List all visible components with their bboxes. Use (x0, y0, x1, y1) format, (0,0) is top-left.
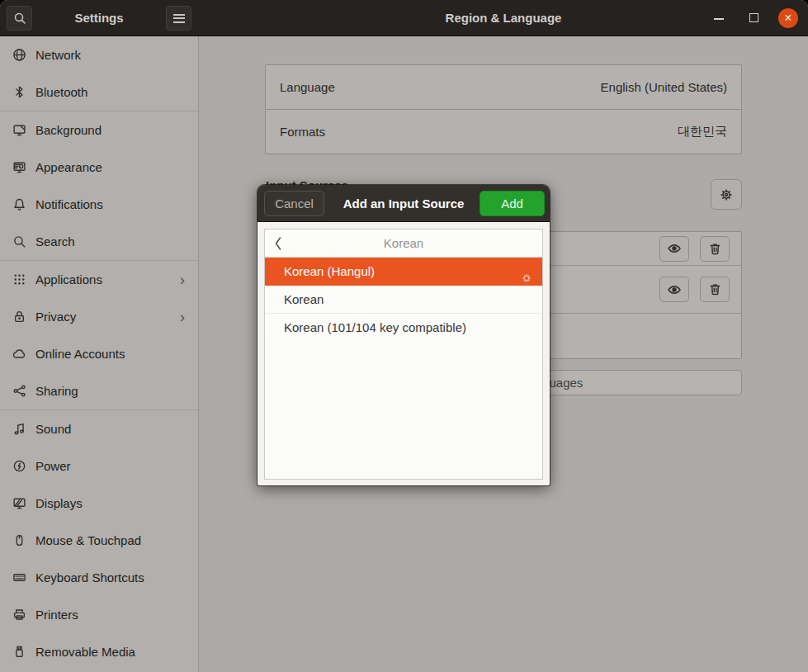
trash-icon (708, 282, 722, 296)
chevron-right-icon: › (180, 310, 185, 324)
search-icon (13, 12, 26, 25)
remove-source-button[interactable] (700, 277, 730, 302)
search-icon (12, 234, 26, 248)
music-note-icon (12, 422, 26, 436)
result-korean-hangul[interactable]: Korean (Hangul) (265, 258, 542, 286)
mouse-icon (12, 533, 26, 547)
sidebar-item-search[interactable]: Search (0, 223, 198, 260)
sidebar-item-label: Keyboard Shortcuts (35, 570, 144, 584)
remove-source-button[interactable] (700, 236, 730, 262)
sidebar-item-notifications[interactable]: Notifications (0, 186, 198, 223)
background-icon (12, 123, 26, 137)
sidebar-item-label: Sharing (35, 384, 78, 398)
app-grid-icon (12, 272, 26, 286)
sidebar-item-mouse-touchpad[interactable]: Mouse & Touchpad (0, 522, 198, 559)
appearance-icon (12, 160, 26, 174)
keyboard-icon (12, 570, 26, 584)
maximize-icon (749, 13, 758, 22)
globe-icon (12, 48, 26, 62)
bell-icon (12, 197, 26, 211)
language-value: English (United States) (601, 80, 727, 94)
chevron-left-icon (272, 235, 284, 252)
sidebar-item-keyboard-shortcuts[interactable]: Keyboard Shortcuts (0, 559, 198, 596)
sidebar-item-label: Network (35, 48, 81, 62)
sidebar: Network Bluetooth Background Appearance … (0, 36, 199, 672)
settings-window: Settings Region & Language × Network Blu… (0, 0, 808, 672)
sidebar-item-power[interactable]: Power (0, 447, 198, 485)
sidebar-item-appearance[interactable]: Appearance (0, 149, 198, 186)
sidebar-item-label: Printers (35, 608, 78, 622)
sidebar-item-label: Removable Media (35, 645, 135, 659)
language-label: Language (280, 80, 335, 94)
sidebar-item-label: Sound (35, 422, 71, 436)
preview-layout-button[interactable] (659, 236, 689, 262)
sidebar-item-label: Displays (35, 496, 83, 510)
sidebar-item-label: Privacy (35, 310, 76, 324)
sidebar-item-label: Mouse & Touchpad (35, 533, 141, 547)
sidebar-item-removable-media[interactable]: Removable Media (0, 633, 198, 670)
sidebar-item-privacy[interactable]: Privacy › (0, 298, 198, 335)
titlebar: Settings Region & Language × (0, 0, 808, 36)
result-korean[interactable]: Korean (265, 286, 542, 313)
maximize-button[interactable] (745, 9, 763, 27)
sidebar-item-sharing[interactable]: Sharing (0, 372, 198, 409)
sidebar-item-label: Background (35, 123, 102, 137)
power-icon (12, 459, 26, 473)
input-options-button[interactable] (711, 179, 742, 210)
search-input[interactable]: Korean (265, 230, 542, 258)
back-button[interactable] (272, 235, 284, 255)
formats-row[interactable]: Formats 대한민국 (266, 109, 741, 154)
display-icon (12, 496, 26, 510)
eye-icon (667, 282, 682, 297)
sidebar-item-applications[interactable]: Applications › (0, 261, 198, 298)
sidebar-item-printers[interactable]: Printers (0, 596, 198, 633)
minimize-button[interactable] (710, 10, 728, 26)
sidebar-item-label: Appearance (35, 160, 102, 174)
formats-label: Formats (280, 125, 325, 139)
minimize-icon (714, 18, 724, 20)
trash-icon (708, 242, 722, 256)
header-search-button[interactable] (7, 6, 32, 31)
lock-icon (12, 310, 26, 324)
preview-layout-button[interactable] (659, 277, 689, 302)
eye-icon (667, 241, 682, 256)
add-input-source-dialog: Cancel Add an Input Source Add Korean Ko… (258, 185, 550, 485)
sidebar-item-label: Search (35, 234, 75, 248)
chevron-right-icon: › (180, 272, 185, 287)
gear-icon (719, 187, 734, 202)
sidebar-item-label: Online Accounts (35, 347, 125, 361)
dialog-headerbar: Cancel Add an Input Source Add (258, 185, 550, 222)
sidebar-item-network[interactable]: Network (0, 36, 198, 73)
sidebar-item-displays[interactable]: Displays (0, 485, 198, 522)
sidebar-item-background[interactable]: Background (0, 111, 198, 149)
close-button[interactable]: × (778, 8, 798, 28)
input-source-chooser: Korean Korean (Hangul) Korean Korean (10… (264, 229, 543, 480)
hamburger-icon (173, 14, 185, 23)
usb-drive-icon (12, 645, 26, 659)
formats-value: 대한민국 (678, 124, 727, 140)
language-row[interactable]: Language English (United States) (266, 65, 741, 109)
add-button[interactable]: Add (480, 191, 545, 216)
close-icon: × (784, 11, 791, 25)
language-formats-group: Language English (United States) Formats… (265, 64, 742, 154)
printer-icon (12, 608, 26, 622)
sidebar-item-label: Power (35, 459, 71, 473)
share-icon (12, 384, 26, 398)
sidebar-item-bluetooth[interactable]: Bluetooth (0, 73, 198, 111)
sidebar-item-label: Bluetooth (35, 85, 87, 99)
sidebar-item-label: Notifications (35, 197, 103, 211)
sidebar-item-online-accounts[interactable]: Online Accounts (0, 335, 198, 372)
cloud-icon (12, 347, 26, 361)
result-korean-101-104[interactable]: Korean (101/104 key compatible) (265, 313, 542, 340)
bluetooth-icon (12, 85, 26, 99)
sidebar-item-label: Applications (35, 272, 102, 286)
app-title: Settings (33, 0, 165, 36)
sidebar-item-sound[interactable]: Sound (0, 410, 198, 447)
search-text: Korean (265, 230, 542, 258)
hamburger-menu-button[interactable] (166, 6, 191, 31)
